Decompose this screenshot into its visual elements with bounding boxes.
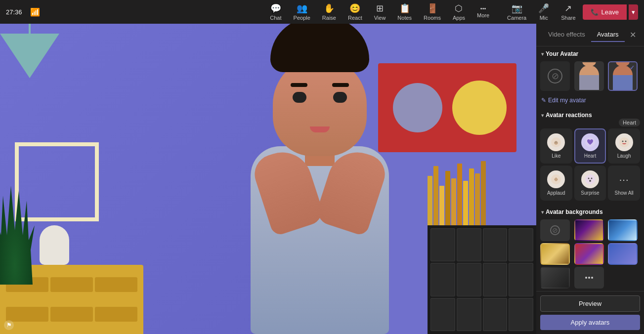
- section-reactions-title: Avatar reactions: [546, 112, 592, 119]
- main-content: ⚑ Video effects Avatars ✕ ▾ Your Avatar …: [0, 24, 644, 334]
- backgrounds-grid: ⊘: [536, 219, 644, 291]
- lamp-cord: [29, 24, 31, 34]
- avatar-1-body: [579, 65, 599, 90]
- reaction-heart-label: Heart: [584, 153, 596, 159]
- notes-label: Notes: [397, 15, 412, 21]
- preview-button[interactable]: Preview: [540, 295, 640, 312]
- reaction-surprise-icon: [581, 170, 599, 188]
- avatar-character: [191, 47, 448, 334]
- rooms-icon: 🚪: [427, 3, 438, 14]
- cabinet-cell: [457, 263, 481, 296]
- bg-option-colorful1[interactable]: [574, 219, 604, 241]
- reaction-badge: Heart: [619, 119, 640, 126]
- cabinet-cell: [509, 263, 533, 296]
- bg-option-room1[interactable]: [540, 243, 570, 265]
- reaction-heart[interactable]: Heart: [574, 128, 606, 164]
- toolbar-mic[interactable]: 🎤 Mic: [533, 1, 554, 23]
- svg-point-7: [589, 180, 591, 182]
- video-area: ⚑: [0, 24, 536, 334]
- section-your-avatar-title: Your Avatar: [546, 50, 578, 57]
- toolbar-people[interactable]: 👥 People: [289, 1, 315, 23]
- toolbar-share[interactable]: ↗ Share: [556, 1, 580, 23]
- side-panel: Video effects Avatars ✕ ▾ Your Avatar ⊘: [536, 24, 644, 334]
- bg-option-none[interactable]: ⊘: [540, 219, 570, 241]
- tab-avatars[interactable]: Avatars: [591, 28, 625, 42]
- toolbar-actions: 📷 Camera 🎤 Mic ↗ Share 📞 Leave ▾: [502, 1, 638, 23]
- toolbar-react[interactable]: 😊 React: [343, 1, 367, 23]
- bg-option-show-all[interactable]: [574, 267, 604, 289]
- bg-option-room2[interactable]: [574, 243, 604, 265]
- apps-label: Apps: [453, 15, 465, 21]
- leave-label: Leave: [601, 8, 619, 16]
- reaction-like[interactable]: Like: [540, 128, 572, 164]
- left-eye: [293, 92, 306, 103]
- cabinet-cell: [483, 263, 508, 296]
- mic-icon: 🎤: [538, 3, 549, 14]
- edit-avatar-link[interactable]: ✎ Edit my avatar: [536, 95, 644, 108]
- left-hand: [249, 145, 325, 237]
- raise-icon: ✋: [324, 3, 335, 14]
- avatar-option-none[interactable]: ⊘: [540, 61, 570, 91]
- share-icon: ↗: [564, 3, 572, 14]
- reaction-applaud[interactable]: Applaud: [540, 166, 572, 201]
- toolbar-notes[interactable]: 📋 Notes: [392, 1, 417, 23]
- avatar-2-body: [613, 65, 633, 90]
- book: [457, 164, 462, 235]
- section-your-avatar-header[interactable]: ▾ Your Avatar: [536, 46, 644, 61]
- reaction-like-label: Like: [552, 153, 560, 159]
- panel-footer: Preview Apply avatars: [536, 291, 644, 334]
- avatar-2-head: [616, 62, 630, 66]
- bg-option-colorful2[interactable]: [608, 219, 638, 241]
- reaction-applaud-label: Applaud: [547, 190, 565, 196]
- tab-video-effects[interactable]: Video effects: [542, 28, 591, 42]
- apply-avatars-button[interactable]: Apply avatars: [540, 315, 640, 330]
- leave-dropdown-button[interactable]: ▾: [629, 4, 638, 20]
- toolbar-chat[interactable]: 💬 Chat: [265, 1, 286, 23]
- reactions-grid: Like Heart: [536, 128, 644, 205]
- reaction-like-icon: [547, 133, 565, 151]
- svg-point-3: [622, 141, 623, 142]
- dresser-drawer: [95, 277, 137, 292]
- dot-3: [591, 277, 593, 279]
- reaction-surprise-label: Surprise: [581, 190, 599, 196]
- avatar-option-2[interactable]: ✓: [608, 61, 638, 91]
- chevron-down-icon: ▾: [632, 8, 635, 16]
- avatar-option-1[interactable]: [574, 61, 604, 91]
- chat-label: Chat: [270, 15, 281, 21]
- toolbar-camera[interactable]: 📷 Camera: [502, 1, 531, 23]
- leave-button[interactable]: 📞 Leave: [583, 4, 627, 20]
- reaction-surprise[interactable]: Surprise: [574, 166, 606, 201]
- reaction-laugh-icon: [615, 133, 633, 151]
- plant-leaves: [0, 186, 35, 285]
- mic-label: Mic: [540, 15, 548, 21]
- section-backgrounds-title: Avatar backgrounds: [546, 209, 603, 215]
- camera-icon: 📷: [512, 3, 522, 14]
- toolbar-rooms[interactable]: 🚪 Rooms: [419, 1, 446, 23]
- toolbar-more[interactable]: ••• More: [472, 3, 494, 20]
- toolbar-apps[interactable]: ⬡ Apps: [448, 1, 470, 23]
- bg-option-room3[interactable]: [608, 243, 638, 265]
- reaction-show-all[interactable]: ··· Show All: [608, 166, 640, 201]
- avatar-grid: ⊘ ✓: [536, 61, 644, 95]
- show-all-dots: [585, 277, 593, 279]
- cabinet-cell: [509, 298, 533, 331]
- toolbar-view[interactable]: ⊞ View: [369, 1, 391, 23]
- rooms-label: Rooms: [424, 15, 441, 21]
- no-avatar-icon: ⊘: [548, 69, 562, 84]
- reaction-laugh[interactable]: Laugh: [608, 128, 640, 164]
- bg-option-room4[interactable]: [540, 267, 570, 289]
- dresser-drawer: [95, 307, 137, 322]
- avatar-hair: [270, 24, 369, 72]
- cabinet-cell: [483, 228, 508, 261]
- svg-point-4: [625, 141, 626, 142]
- close-icon[interactable]: ✕: [628, 28, 638, 42]
- dresser-drawer: [6, 307, 48, 322]
- right-hand: [313, 145, 389, 237]
- right-eye: [333, 92, 347, 103]
- dresser-drawer: [50, 277, 93, 292]
- section-backgrounds-header[interactable]: ▾ Avatar backgrounds: [536, 205, 644, 219]
- chevron-down-icon: ▾: [541, 51, 544, 57]
- avatar-1-head: [582, 62, 596, 66]
- toolbar-raise[interactable]: ✋ Raise: [317, 1, 341, 23]
- corner-info: ⚑: [4, 320, 14, 330]
